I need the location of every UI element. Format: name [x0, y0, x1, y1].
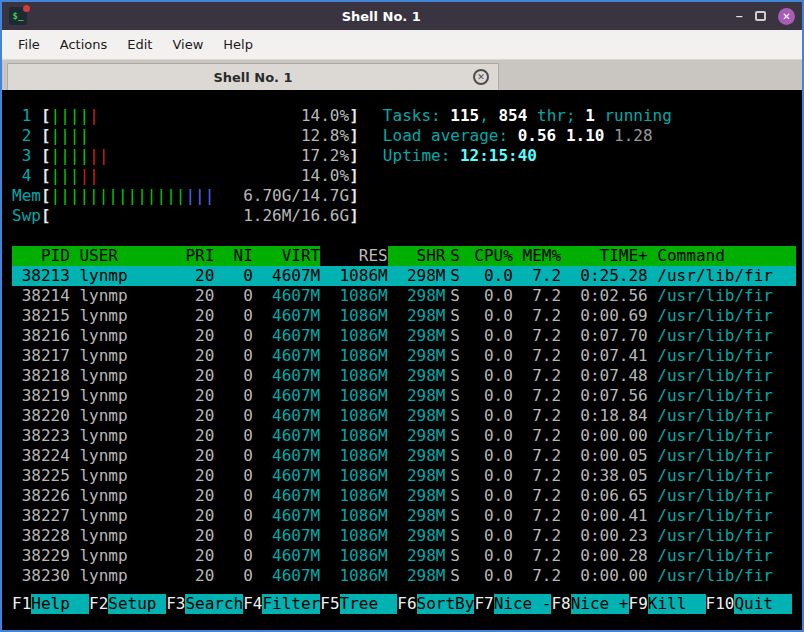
- process-row-38229[interactable]: 38229lynmp2004607M1086M298MS0.07.20:00.2…: [12, 546, 796, 566]
- cell-pri: 20: [176, 386, 215, 406]
- cell-user: lynmp: [70, 266, 176, 286]
- fkey-f2[interactable]: F2Setup: [89, 594, 166, 614]
- column-header-shr[interactable]: SHR: [388, 246, 446, 266]
- close-button[interactable]: ✕: [778, 8, 795, 25]
- column-header-user[interactable]: USER: [70, 246, 176, 266]
- cell-cpu: 0.0: [465, 486, 513, 506]
- cell-user: lynmp: [70, 326, 176, 346]
- cell-shr: 298M: [388, 526, 446, 546]
- menu-item-edit[interactable]: Edit: [117, 32, 162, 57]
- cell-res: 1086M: [320, 426, 387, 446]
- meter-body: ||||||17.2%: [51, 146, 350, 166]
- cpu-memory-meters: 1[|||||14.0%]2[||||12.8%]3[||||||17.2%]4…: [12, 106, 359, 226]
- minimize-button[interactable]: –: [736, 11, 744, 21]
- column-header-cpu[interactable]: CPU%: [465, 246, 513, 266]
- cell-mem: 7.2: [513, 546, 561, 566]
- cell-mem: 7.2: [513, 466, 561, 486]
- cell-ni: 0: [214, 426, 253, 446]
- cell-ni: 0: [214, 346, 253, 366]
- cell-cmd: /usr/lib/fir: [648, 406, 796, 426]
- menu-item-help[interactable]: Help: [213, 32, 263, 57]
- process-row-38213[interactable]: 38213lynmp2004607M1086M298MS0.07.20:25.2…: [12, 266, 796, 286]
- fkey-f10[interactable]: F10Quit: [706, 594, 793, 614]
- cell-cpu: 0.0: [465, 346, 513, 366]
- cell-s: S: [445, 506, 464, 526]
- process-row-38228[interactable]: 38228lynmp2004607M1086M298MS0.07.20:00.2…: [12, 526, 796, 546]
- cell-virt: 4607M: [253, 366, 320, 386]
- fkey-f9[interactable]: F9Kill: [629, 594, 706, 614]
- column-header-time[interactable]: TIME+: [561, 246, 648, 266]
- cell-mem: 7.2: [513, 426, 561, 446]
- meter-body: |||||14.0%: [51, 166, 350, 186]
- process-row-38226[interactable]: 38226lynmp2004607M1086M298MS0.07.20:06.6…: [12, 486, 796, 506]
- column-header-mem[interactable]: MEM%: [513, 246, 561, 266]
- cell-shr: 298M: [388, 366, 446, 386]
- cell-res: 1086M: [320, 546, 387, 566]
- fkey-action-label: SortBy: [417, 594, 475, 614]
- cell-pid: 38213: [12, 266, 70, 286]
- meter-close-bracket: ]: [349, 126, 359, 146]
- process-row-38220[interactable]: 38220lynmp2004607M1086M298MS0.07.20:18.8…: [12, 406, 796, 426]
- process-row-38218[interactable]: 38218lynmp2004607M1086M298MS0.07.20:07.4…: [12, 366, 796, 386]
- process-row-38215[interactable]: 38215lynmp2004607M1086M298MS0.07.20:00.6…: [12, 306, 796, 326]
- cell-ni: 0: [214, 466, 253, 486]
- column-header-virt[interactable]: VIRT: [253, 246, 320, 266]
- cell-cmd: /usr/lib/fir: [648, 306, 796, 326]
- process-row-38214[interactable]: 38214lynmp2004607M1086M298MS0.07.20:02.5…: [12, 286, 796, 306]
- cell-cpu: 0.0: [465, 266, 513, 286]
- menu-item-view[interactable]: View: [162, 32, 213, 57]
- menu-item-file[interactable]: File: [8, 32, 50, 57]
- column-header-pid[interactable]: PID: [12, 246, 70, 266]
- cell-mem: 7.2: [513, 286, 561, 306]
- cell-time: 0:18.84: [561, 406, 648, 426]
- fkey-f8[interactable]: F8Nice +: [551, 594, 628, 614]
- meter-close-bracket: ]: [349, 186, 359, 206]
- cell-pri: 20: [176, 406, 215, 426]
- menu-item-actions[interactable]: Actions: [50, 32, 118, 57]
- column-header-cmd[interactable]: Command: [648, 246, 796, 266]
- tab-shell-no-1[interactable]: Shell No. 1 ✕: [7, 63, 499, 90]
- terminal-screen[interactable]: 1[|||||14.0%]2[||||12.8%]3[||||||17.2%]4…: [2, 90, 802, 630]
- load-average-line: Load average: 0.56 1.10 1.28: [383, 126, 672, 146]
- maximize-button[interactable]: [755, 11, 766, 21]
- cell-user: lynmp: [70, 486, 176, 506]
- column-header-ni[interactable]: NI: [214, 246, 253, 266]
- process-row-38216[interactable]: 38216lynmp2004607M1086M298MS0.07.20:07.7…: [12, 326, 796, 346]
- process-row-38224[interactable]: 38224lynmp2004607M1086M298MS0.07.20:00.0…: [12, 446, 796, 466]
- column-header-s[interactable]: S: [445, 246, 464, 266]
- fkey-number: F2: [89, 594, 108, 614]
- tab-close-icon[interactable]: ✕: [473, 69, 489, 85]
- titlebar[interactable]: $_ Shell No. 1 – ✕: [2, 2, 802, 30]
- fkey-f4[interactable]: F4Filter: [243, 594, 320, 614]
- cell-ni: 0: [214, 266, 253, 286]
- process-row-38223[interactable]: 38223lynmp2004607M1086M298MS0.07.20:00.0…: [12, 426, 796, 446]
- process-row-38227[interactable]: 38227lynmp2004607M1086M298MS0.07.20:00.4…: [12, 506, 796, 526]
- process-row-38219[interactable]: 38219lynmp2004607M1086M298MS0.07.20:07.5…: [12, 386, 796, 406]
- fkey-f5[interactable]: F5Tree: [320, 594, 397, 614]
- cell-user: lynmp: [70, 426, 176, 446]
- cell-s: S: [445, 526, 464, 546]
- meter-bars: ||||||: [51, 146, 109, 166]
- cell-s: S: [445, 286, 464, 306]
- fkey-f3[interactable]: F3Search: [166, 594, 243, 614]
- fkey-f7[interactable]: F7Nice -: [474, 594, 551, 614]
- fkey-f6[interactable]: F6SortBy: [397, 594, 474, 614]
- cell-ni: 0: [214, 326, 253, 346]
- process-row-38230[interactable]: 38230lynmp2004607M1086M298MS0.07.20:00.0…: [12, 566, 796, 586]
- column-header-res[interactable]: RES: [320, 246, 387, 266]
- cell-user: lynmp: [70, 526, 176, 546]
- cell-user: lynmp: [70, 346, 176, 366]
- cell-pid: 38217: [12, 346, 70, 366]
- fkey-f1[interactable]: F1Help: [12, 594, 89, 614]
- cell-user: lynmp: [70, 366, 176, 386]
- cell-pri: 20: [176, 526, 215, 546]
- meter-bar-green: ||||: [51, 146, 90, 165]
- cell-s: S: [445, 446, 464, 466]
- meter-bar-green: |||: [51, 166, 80, 185]
- uptime-line: Uptime: 12:15:40: [383, 146, 672, 166]
- process-row-38217[interactable]: 38217lynmp2004607M1086M298MS0.07.20:07.4…: [12, 346, 796, 366]
- column-header-pri[interactable]: PRI: [176, 246, 215, 266]
- meter-bar-green: ||||: [51, 106, 90, 125]
- process-row-38225[interactable]: 38225lynmp2004607M1086M298MS0.07.20:38.0…: [12, 466, 796, 486]
- cell-cpu: 0.0: [465, 406, 513, 426]
